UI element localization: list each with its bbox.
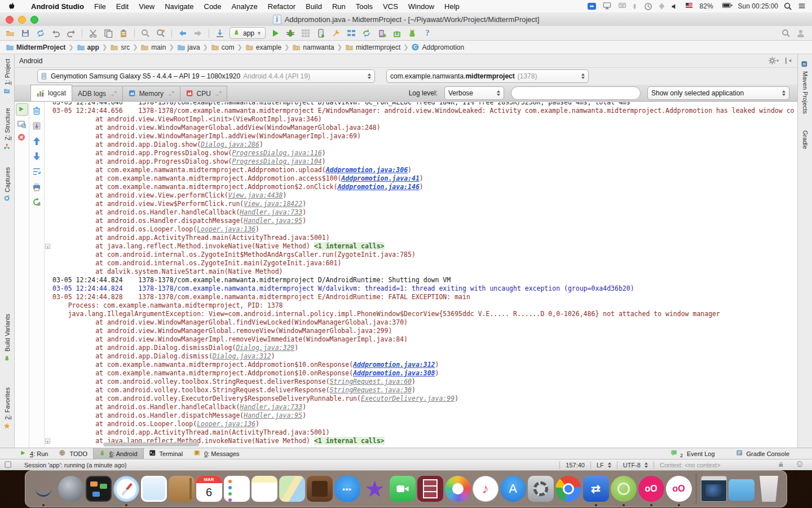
dock-contacts[interactable] [169, 476, 195, 502]
window-title-bar[interactable]: j Addpromotion.java - MidtermProject - [… [0, 12, 812, 27]
menu-help[interactable]: Help [439, 2, 465, 11]
gradle-sync-icon[interactable] [361, 28, 372, 39]
logcat-search-field[interactable] [511, 86, 641, 100]
dock-reminders[interactable] [224, 476, 250, 502]
panel-settings-gear-icon[interactable]: ▾ [768, 56, 779, 65]
tool-button-gradle[interactable]: Gradle [798, 130, 812, 149]
tool-button-captures[interactable]: Captures [0, 167, 15, 204]
stack-frame-link[interactable]: Addpromotion.java:308 [353, 369, 435, 377]
dock-finder[interactable] [30, 476, 56, 502]
replace-icon[interactable] [155, 28, 166, 39]
caret-position[interactable]: 157:40 [560, 462, 590, 468]
tab-adb-logs[interactable]: ADB logs→" [72, 86, 123, 101]
breadcrumb-app[interactable]: app [76, 43, 100, 51]
dock-flickr-pink[interactable]: oO [638, 476, 664, 502]
breadcrumb-src[interactable]: src [109, 43, 131, 51]
stack-frame-link[interactable]: Looper.java:136 [197, 420, 255, 428]
breadcrumb-com[interactable]: com [210, 43, 236, 51]
dock-facetime[interactable] [390, 476, 416, 502]
volume-icon[interactable] [671, 2, 678, 11]
soft-wrap-icon[interactable] [32, 167, 41, 176]
tool-button-maven-projects[interactable]: mMaven Projects [798, 60, 812, 114]
stack-frame-link[interactable]: Addpromotion.java:306 [326, 166, 408, 174]
dock-photos[interactable] [445, 476, 471, 502]
undo-icon[interactable] [50, 28, 61, 39]
stack-frame-link[interactable]: Dialog.java:312 [213, 352, 271, 360]
logcat-search-input[interactable] [519, 89, 636, 98]
stack-frame-link[interactable]: Dialog.java:329 [236, 344, 294, 352]
stack-frame-link[interactable]: ExecutorDelivery.java:99 [361, 395, 454, 402]
toolwindow-tab-run[interactable]: 4: Run [15, 448, 54, 459]
dock-android-studio[interactable] [611, 476, 637, 502]
toggle-toolwindows-icon[interactable] [5, 461, 12, 470]
tab-cpu[interactable]: CPU→" [180, 86, 228, 101]
device-monitor-icon[interactable] [315, 28, 326, 39]
bluetooth-icon[interactable] [633, 2, 638, 11]
minimize-window-button[interactable] [18, 16, 26, 24]
menu-refactor[interactable]: Refactor [263, 2, 301, 11]
help-icon[interactable]: ? [422, 28, 433, 39]
dock-teamviewer[interactable]: ⇄ [583, 476, 609, 502]
toolwindow-tab-terminal[interactable]: Terminal [144, 448, 189, 459]
menu-file[interactable]: File [89, 2, 111, 11]
menu-edit[interactable]: Edit [111, 2, 134, 11]
notification-center-icon[interactable] [798, 2, 806, 11]
breadcrumb-midtermproject[interactable]: midtermproject [344, 43, 401, 51]
event-log-button[interactable]: 2 Event Log [665, 449, 721, 458]
screenshot-button[interactable] [17, 120, 27, 129]
menu-build[interactable]: Build [301, 2, 327, 11]
menu-view[interactable]: View [134, 2, 160, 11]
dock-trash[interactable] [756, 476, 782, 502]
dock-safari[interactable] [113, 476, 139, 502]
dock-messages[interactable]: ••• [334, 476, 360, 502]
toolwindow-tab-todo[interactable]: TODO [54, 448, 93, 459]
import-icon[interactable] [214, 28, 226, 39]
coverage-icon[interactable] [300, 28, 311, 39]
toolwindow-tab-messages[interactable]: 0: Messages [188, 448, 245, 459]
paste-icon[interactable] [118, 28, 129, 39]
stack-frame-link[interactable]: View.java:4438 [228, 191, 283, 199]
menu-run[interactable]: Run [327, 2, 351, 11]
forward-icon[interactable] [192, 28, 204, 39]
stack-frame-link[interactable]: Looper.java:136 [197, 225, 255, 233]
dock-itunes[interactable]: ♪ [473, 476, 498, 502]
encoding-selector[interactable]: UTF-8 [617, 462, 654, 468]
toolwindow-tab-android[interactable]: 6: Android [93, 448, 144, 459]
dock-notes[interactable] [251, 476, 277, 502]
stack-frame-link[interactable]: Addpromotion.java:312 [353, 361, 435, 369]
dock-imovie[interactable]: ★ [362, 476, 388, 502]
breadcrumb-midtermproject[interactable]: MidtermProject [5, 43, 67, 51]
airplay-icon[interactable] [602, 2, 612, 11]
us-flag-icon[interactable] [684, 2, 694, 11]
context-indicator[interactable]: Context: <no context> [654, 462, 773, 468]
tool-button-project[interactable]: 1: Project [0, 59, 15, 96]
stack-frame-link[interactable]: Handler.java:733 [240, 403, 302, 411]
android-icon[interactable] [407, 28, 418, 39]
dock-flickr-white[interactable]: oO [666, 476, 692, 502]
stack-frame-link[interactable]: StringRequest.java:30 [330, 386, 412, 394]
tab-logcat[interactable]: logcat [30, 85, 72, 101]
avatar-icon[interactable] [796, 29, 805, 38]
gradle-console-button[interactable]: Gradle Console [731, 449, 795, 458]
avd-manager-icon[interactable] [376, 28, 387, 39]
search-icon[interactable] [140, 28, 151, 39]
process-dropdown[interactable]: com.example.namwanta.midtermproject (137… [386, 69, 589, 83]
breadcrumb-namwanta[interactable]: namwanta [291, 43, 335, 51]
dock-chrome[interactable] [555, 476, 581, 502]
stack-frame-link[interactable]: ProgressDialog.java:104 [232, 157, 322, 165]
dock-launchpad[interactable] [58, 476, 84, 502]
breadcrumb-java[interactable]: java [176, 43, 201, 51]
up-stack-icon[interactable] [32, 137, 41, 146]
stack-frame-link[interactable]: ProgressDialog.java:116 [232, 149, 322, 157]
horizontal-scrollbar[interactable] [103, 443, 199, 446]
clear-log-icon[interactable] [32, 106, 41, 115]
restart-icon[interactable] [32, 198, 41, 207]
menu-navigate[interactable]: Navigate [160, 2, 198, 11]
tab-memory[interactable]: Memory→" [122, 86, 180, 101]
gatekeeper-icon[interactable] [658, 2, 665, 11]
run-configuration-dropdown[interactable]: app ▼ [230, 27, 266, 39]
save-icon[interactable] [20, 28, 31, 39]
open-folder-icon[interactable] [5, 28, 16, 39]
dock-mission-control[interactable] [86, 476, 112, 502]
dock-app-store[interactable]: A [500, 476, 526, 502]
